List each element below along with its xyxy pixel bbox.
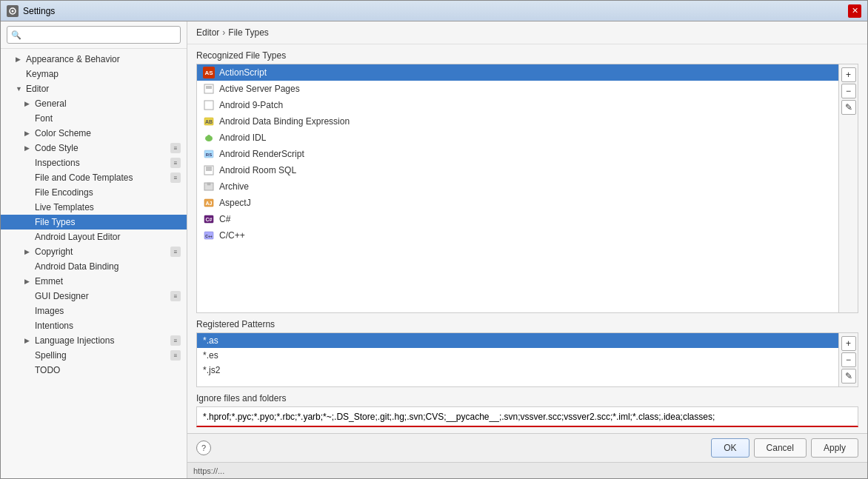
status-url: https://... xyxy=(193,466,224,475)
file-type-icon: C# xyxy=(203,213,215,225)
sidebar-item-appearance[interactable]: ▶ Appearance & Behavior xyxy=(1,52,187,67)
sidebar-item-label: Code Style xyxy=(35,143,79,153)
sections: Recognized File Types AS ActionScript xyxy=(187,44,867,433)
edit-file-type-button[interactable]: ✎ xyxy=(841,100,856,115)
sidebar-item-label: Live Templates xyxy=(35,202,94,212)
reg-item-label: *.js2 xyxy=(203,365,220,375)
sidebar-item-gui-designer[interactable]: GUI Designer ≡ xyxy=(1,289,187,304)
list-item[interactable]: AJ AspectJ xyxy=(197,195,838,211)
list-item[interactable]: Android IDL xyxy=(197,130,838,146)
badge-icon: ≡ xyxy=(170,350,181,361)
sidebar-item-font[interactable]: Font xyxy=(1,111,187,126)
reg-item[interactable]: *.js2 xyxy=(197,363,838,378)
arrow-icon xyxy=(24,292,32,300)
sidebar-item-android-layout[interactable]: Android Layout Editor xyxy=(1,230,187,244)
sidebar-item-label: Appearance & Behavior xyxy=(26,54,120,64)
title-bar: Settings ✕ xyxy=(1,1,867,21)
recognized-file-types-section: Recognized File Types AS ActionScript xyxy=(196,50,858,313)
sidebar-item-label: TODO xyxy=(35,365,60,375)
arrow-icon: ▶ xyxy=(24,130,32,137)
reg-item[interactable]: *.es xyxy=(197,348,838,363)
badge-icon: ≡ xyxy=(170,247,181,257)
sidebar-item-android-data-binding[interactable]: Android Data Binding xyxy=(1,259,187,274)
sidebar-item-intentions[interactable]: Intentions xyxy=(1,318,187,333)
sidebar-item-keymap[interactable]: Keymap xyxy=(1,67,187,81)
list-item-label: Android IDL xyxy=(219,133,266,143)
sidebar-item-emmet[interactable]: ▶ Emmet xyxy=(1,274,187,289)
content-panel: Editor › File Types Recognized File Type… xyxy=(187,21,867,478)
list-item[interactable]: C++ C/C++ xyxy=(197,227,838,244)
arrow-icon: ▶ xyxy=(24,337,32,344)
registered-list-buttons: + − ✎ xyxy=(838,333,858,386)
sidebar-item-general[interactable]: ▶ General xyxy=(1,96,187,111)
arrow-icon xyxy=(24,218,32,226)
sidebar-item-label: Language Injections xyxy=(35,335,114,346)
svg-text:C++: C++ xyxy=(205,234,213,238)
sidebar-item-label: Android Data Binding xyxy=(35,261,118,272)
sidebar-item-copyright[interactable]: ▶ Copyright ≡ xyxy=(1,244,187,259)
registered-items: *.as *.es *.js2 xyxy=(197,333,838,386)
sidebar-item-label: File Types xyxy=(35,217,75,227)
svg-point-1 xyxy=(12,10,14,12)
sidebar-item-code-style[interactable]: ▶ Code Style ≡ xyxy=(1,141,187,155)
dialog-buttons: OK Cancel Apply xyxy=(711,438,858,458)
cancel-button[interactable]: Cancel xyxy=(754,438,807,458)
list-item[interactable]: AB Android Data Binding Expression xyxy=(197,113,838,130)
close-button[interactable]: ✕ xyxy=(848,4,861,18)
list-item[interactable]: Active Server Pages xyxy=(197,81,838,97)
search-input[interactable] xyxy=(7,26,181,44)
svg-rect-17 xyxy=(207,183,210,185)
svg-text:C#: C# xyxy=(206,217,213,222)
file-type-icon: AB xyxy=(203,115,215,127)
reg-item[interactable]: *.as xyxy=(197,333,838,348)
list-item[interactable]: RS Android RenderScript xyxy=(197,146,838,162)
sidebar-item-editor[interactable]: ▼ Editor xyxy=(1,81,187,96)
edit-pattern-button[interactable]: ✎ xyxy=(841,369,856,383)
svg-point-9 xyxy=(207,135,210,138)
sidebar-item-file-encodings[interactable]: File Encodings xyxy=(1,185,187,200)
file-type-icon: RS xyxy=(203,148,215,160)
sidebar-item-live-templates[interactable]: Live Templates xyxy=(1,200,187,215)
nav-tree: ▶ Appearance & Behavior Keymap ▼ Editor … xyxy=(1,49,187,478)
arrow-icon xyxy=(24,189,32,196)
svg-text:RS: RS xyxy=(206,153,212,157)
add-file-type-button[interactable]: + xyxy=(841,67,856,82)
sidebar-item-label: Color Scheme xyxy=(35,128,91,138)
recognized-list-scroll[interactable]: AS ActionScript Active Server Pages xyxy=(197,64,838,312)
svg-rect-2 xyxy=(204,84,213,93)
sidebar-item-label: Emmet xyxy=(35,276,63,287)
file-type-icon xyxy=(203,164,215,176)
help-button[interactable]: ? xyxy=(196,441,211,455)
list-item[interactable]: Android Room SQL xyxy=(197,162,838,178)
ignore-input[interactable] xyxy=(196,406,858,427)
list-item[interactable]: C# C# xyxy=(197,211,838,227)
registered-section-label: Registered Patterns xyxy=(196,319,858,329)
sidebar-item-file-types[interactable]: File Types xyxy=(1,215,187,230)
sidebar-item-language-injections[interactable]: ▶ Language Injections ≡ xyxy=(1,333,187,348)
badge-icon: ≡ xyxy=(170,172,181,183)
file-type-icon: AS xyxy=(203,67,215,78)
sidebar-item-todo[interactable]: TODO xyxy=(1,363,187,378)
list-item[interactable]: Archive xyxy=(197,178,838,195)
sidebar-item-images[interactable]: Images xyxy=(1,304,187,318)
sidebar-item-file-code-templates[interactable]: File and Code Templates ≡ xyxy=(1,170,187,185)
sidebar-item-label: Android Layout Editor xyxy=(35,232,120,242)
remove-pattern-button[interactable]: − xyxy=(841,352,856,367)
main-content: 🔍 ▶ Appearance & Behavior Keymap ▼ xyxy=(1,21,867,478)
ignore-section: Ignore files and folders xyxy=(196,393,858,427)
ok-button[interactable]: OK xyxy=(711,438,749,458)
sidebar-item-inspections[interactable]: Inspections ≡ xyxy=(1,155,187,170)
file-type-icon xyxy=(203,181,215,192)
sidebar-item-label: Images xyxy=(35,306,64,316)
arrow-icon: ▶ xyxy=(24,278,32,285)
add-pattern-button[interactable]: + xyxy=(841,336,856,351)
apply-button[interactable]: Apply xyxy=(811,438,858,458)
arrow-icon: ▶ xyxy=(24,100,32,107)
registered-patterns-section: Registered Patterns *.as *.es *.js2 xyxy=(196,319,858,387)
badge-icon: ≡ xyxy=(170,335,181,346)
list-item[interactable]: Android 9-Patch xyxy=(197,97,838,113)
list-item[interactable]: AS ActionScript xyxy=(197,64,838,81)
sidebar-item-spelling[interactable]: Spelling ≡ xyxy=(1,348,187,363)
remove-file-type-button[interactable]: − xyxy=(841,84,856,98)
sidebar-item-color-scheme[interactable]: ▶ Color Scheme xyxy=(1,126,187,141)
